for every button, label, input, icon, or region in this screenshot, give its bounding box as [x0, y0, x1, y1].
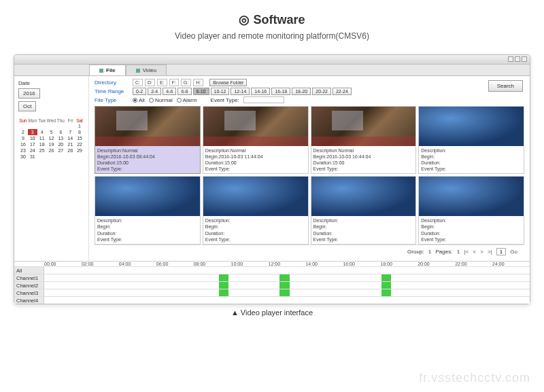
calendar-day[interactable]: 1: [75, 123, 84, 129]
timeline-segment[interactable]: [381, 274, 391, 281]
timeline-track[interactable]: [44, 267, 530, 274]
clip-thumbnail[interactable]: [419, 107, 524, 146]
page-input[interactable]: [496, 248, 506, 255]
time-range-button[interactable]: 6-8: [177, 88, 191, 95]
minimize-icon[interactable]: [508, 56, 513, 62]
tab-video[interactable]: Video: [126, 65, 167, 75]
time-range-button[interactable]: 14-16: [251, 88, 270, 95]
event-type-select[interactable]: [243, 96, 284, 103]
calendar-day[interactable]: 19: [47, 141, 56, 147]
timeline-segment[interactable]: [279, 282, 289, 289]
calendar-day[interactable]: 23: [18, 147, 28, 154]
time-range-button[interactable]: 8-10: [193, 88, 209, 95]
file-type-radio[interactable]: [133, 98, 137, 103]
clip-thumbnail[interactable]: [203, 107, 308, 146]
calendar-day[interactable]: 27: [56, 147, 65, 154]
directory-box[interactable]: D:: [145, 79, 155, 86]
time-range-button[interactable]: 12-14: [231, 88, 250, 95]
timeline-segment[interactable]: [279, 289, 289, 296]
directory-box[interactable]: C:: [133, 79, 143, 86]
calendar-day[interactable]: 22: [75, 141, 84, 147]
month-button[interactable]: Oct: [18, 101, 36, 111]
next-page-icon[interactable]: >: [480, 249, 483, 255]
calendar-day[interactable]: 20: [56, 141, 65, 147]
time-range-button[interactable]: 20-22: [312, 88, 331, 95]
file-type-option[interactable]: Alarm: [183, 97, 197, 103]
timeline-segment[interactable]: [381, 289, 391, 296]
timeline-track[interactable]: [44, 297, 530, 304]
calendar-day[interactable]: 16: [18, 141, 28, 147]
timeline-track[interactable]: [44, 282, 530, 289]
timeline-segment[interactable]: [219, 282, 228, 289]
calendar-day[interactable]: 26: [47, 147, 56, 154]
calendar-day[interactable]: 17: [28, 141, 37, 147]
calendar-day[interactable]: 8: [75, 129, 84, 135]
timeline-segment[interactable]: [279, 274, 289, 281]
last-page-icon[interactable]: >|: [488, 249, 492, 255]
clip-card[interactable]: Description:NormalBegin:2016-10-03 11:44…: [203, 106, 309, 174]
calendar-day[interactable]: 24: [28, 147, 37, 154]
file-type-radio[interactable]: [177, 98, 182, 103]
clip-thumbnail[interactable]: [203, 177, 308, 216]
file-type-radio[interactable]: [149, 98, 154, 103]
time-range-button[interactable]: 16-18: [271, 88, 290, 95]
calendar-day[interactable]: 9: [18, 135, 28, 141]
calendar-day[interactable]: 15: [75, 135, 84, 141]
clip-thumbnail[interactable]: [311, 107, 416, 146]
tab-file[interactable]: File: [89, 65, 126, 75]
clip-card[interactable]: Description:NormalBegin:2016-10-03 16:44…: [311, 106, 417, 174]
clip-card[interactable]: Description:Begin:Duration:Event Type:: [418, 106, 524, 174]
calendar-day[interactable]: 21: [65, 141, 75, 147]
calendar-day[interactable]: 7: [65, 129, 75, 135]
calendar-day[interactable]: 11: [37, 135, 47, 141]
calendar-day[interactable]: 12: [47, 135, 56, 141]
search-button[interactable]: Search: [488, 80, 523, 92]
calendar-day[interactable]: 4: [37, 129, 47, 135]
directory-box[interactable]: E:: [157, 79, 167, 86]
file-type-option[interactable]: All: [139, 97, 145, 103]
clip-card[interactable]: Description:Begin:Duration:Event Type:: [311, 176, 417, 244]
browse-folder-button[interactable]: Browse Folder: [209, 79, 247, 86]
time-range-button[interactable]: 2-4: [148, 88, 161, 95]
timeline-track[interactable]: [44, 289, 530, 296]
directory-box[interactable]: F:: [169, 79, 179, 86]
directory-box[interactable]: H:: [193, 79, 203, 86]
maximize-icon[interactable]: [515, 56, 520, 62]
file-type-option[interactable]: Normal: [155, 97, 173, 103]
calendar-day[interactable]: 10: [28, 135, 37, 141]
year-button[interactable]: 2016: [18, 88, 40, 99]
timeline-segment[interactable]: [219, 274, 228, 281]
time-range-button[interactable]: 0-2: [133, 88, 146, 95]
directory-box[interactable]: G:: [181, 79, 191, 86]
time-range-button[interactable]: 10-12: [211, 88, 230, 95]
clip-card[interactable]: Description:Begin:Duration:Event Type:: [95, 176, 201, 244]
close-icon[interactable]: [522, 56, 527, 62]
calendar-day[interactable]: 14: [65, 135, 75, 141]
calendar-day[interactable]: 2: [18, 129, 28, 135]
go-button[interactable]: Go: [510, 249, 517, 255]
calendar-day[interactable]: 6: [56, 129, 65, 135]
calendar-day[interactable]: 31: [28, 154, 37, 160]
time-range-button[interactable]: 22-24: [333, 88, 352, 95]
clip-thumbnail[interactable]: [419, 177, 524, 216]
calendar[interactable]: SunMonTueWedThuFriSat 123456789101112131…: [18, 118, 84, 160]
clip-card[interactable]: Description:Begin:Duration:Event Type:: [203, 176, 309, 244]
calendar-day[interactable]: 29: [75, 147, 84, 154]
calendar-day[interactable]: 3: [28, 129, 37, 135]
calendar-day[interactable]: 28: [65, 147, 75, 154]
calendar-day[interactable]: 13: [56, 135, 65, 141]
calendar-day[interactable]: 5: [47, 129, 56, 135]
timeline-segment[interactable]: [381, 282, 391, 289]
prev-page-icon[interactable]: <: [473, 249, 476, 255]
clip-thumbnail[interactable]: [95, 177, 200, 216]
clip-card[interactable]: Description:Begin:Duration:Event Type:: [418, 176, 524, 244]
clip-card[interactable]: Description:NormalBegin:2016-10-03 08:44…: [95, 106, 201, 174]
calendar-day[interactable]: 18: [37, 141, 47, 147]
timeline-segment[interactable]: [219, 289, 228, 296]
calendar-day[interactable]: 30: [18, 154, 28, 160]
time-range-button[interactable]: 18-20: [292, 88, 311, 95]
calendar-day[interactable]: 25: [37, 147, 47, 154]
timeline-track[interactable]: [44, 274, 530, 281]
clip-thumbnail[interactable]: [95, 107, 200, 146]
first-page-icon[interactable]: |<: [464, 249, 469, 255]
